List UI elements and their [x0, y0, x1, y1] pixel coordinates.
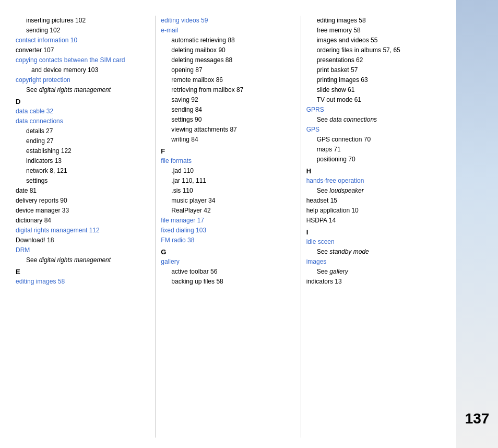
index-entry: copyright protection — [16, 75, 150, 85]
index-link[interactable]: data connections — [16, 117, 63, 125]
index-columns: inserting pictures 102sending 102contact… — [10, 16, 446, 438]
index-entry: network 8, 121 — [16, 166, 150, 175]
index-entry: idle sceen — [306, 237, 441, 246]
index-entry: headset 15 — [306, 196, 441, 205]
index-entry: .jar 110, 111 — [161, 176, 295, 185]
index-link[interactable]: GPS — [306, 126, 319, 133]
index-entry: H — [306, 167, 441, 175]
index-entry: presentations 62 — [306, 55, 441, 65]
index-entry: settings — [16, 176, 150, 185]
index-entry: maps 71 — [306, 145, 441, 154]
index-entry: G — [161, 248, 295, 256]
index-entry: viewing attachments 87 — [161, 125, 295, 134]
index-link[interactable]: fixed dialing 103 — [161, 227, 206, 234]
index-entry: automatic retrieving 88 — [161, 36, 295, 45]
index-entry: indicators 13 — [16, 156, 150, 166]
index-entry: writing 84 — [161, 135, 295, 144]
index-entry: and device memory 103 — [16, 65, 150, 75]
index-entry: D — [16, 98, 150, 105]
index-link[interactable]: editing videos 59 — [161, 17, 208, 24]
index-entry: delivery reports 90 — [16, 196, 150, 205]
index-entry: positioning 70 — [306, 155, 441, 164]
index-link[interactable]: e-mail — [161, 27, 178, 34]
index-entry: device manager 33 — [16, 206, 150, 215]
index-entry: fixed dialing 103 — [161, 226, 295, 235]
index-entry: editing videos 59 — [161, 16, 295, 25]
index-entry: opening 87 — [161, 65, 295, 75]
index-entry: file manager 17 — [161, 216, 295, 225]
index-entry: music player 34 — [161, 196, 295, 205]
index-entry: dictionary 84 — [16, 216, 150, 225]
index-entry: FM radio 38 — [161, 235, 295, 245]
index-link[interactable]: data cable 32 — [16, 108, 53, 115]
index-entry: details 27 — [16, 126, 150, 136]
index-entry: hands-free operation — [306, 176, 441, 185]
index-link[interactable]: hands-free operation — [306, 177, 364, 184]
page-sidebar: 137 — [456, 0, 498, 448]
index-entry: .jad 110 — [161, 166, 295, 175]
index-link[interactable]: GPRS — [306, 106, 324, 113]
index-entry: .sis 110 — [161, 186, 295, 195]
index-entry: See digital rights management — [16, 85, 150, 95]
index-link[interactable]: contact information 10 — [16, 37, 77, 44]
index-entry: printing images 63 — [306, 75, 441, 85]
index-link[interactable]: DRM — [16, 246, 30, 254]
main-content: inserting pictures 102sending 102contact… — [0, 0, 456, 448]
index-entry: indicators 13 — [306, 277, 441, 286]
index-entry: data cable 32 — [16, 107, 150, 116]
index-link[interactable]: editing images 58 — [16, 278, 65, 285]
index-entry: See standby mode — [306, 247, 441, 256]
index-entry: See loudspeaker — [306, 186, 441, 195]
index-entry: TV out mode 61 — [306, 95, 441, 104]
index-entry: remote mailbox 86 — [161, 75, 295, 85]
index-entry: converter 107 — [16, 45, 150, 55]
index-entry: images and videos 55 — [306, 36, 441, 45]
index-entry: active toolbar 56 — [161, 267, 295, 276]
index-link[interactable]: FM radio 38 — [161, 237, 194, 244]
index-entry: print basket 57 — [306, 65, 441, 75]
index-entry: establishing 122 — [16, 146, 150, 156]
index-link[interactable]: file manager 17 — [161, 217, 204, 224]
index-entry: inserting pictures 102 — [16, 16, 150, 25]
index-link[interactable]: idle sceen — [306, 238, 335, 245]
index-entry: contact information 10 — [16, 36, 150, 45]
index-entry: ordering files in albums 57, 65 — [306, 45, 441, 55]
index-entry: editing images 58 — [306, 16, 441, 25]
index-column-col3: editing images 58free memory 58images an… — [301, 16, 446, 438]
index-entry: gallery — [161, 257, 295, 266]
index-entry: copying contacts between the SIM card — [16, 55, 150, 65]
index-link[interactable]: file formats — [161, 157, 192, 164]
index-link[interactable]: digital rights management 112 — [16, 227, 100, 234]
index-entry: digital rights management 112 — [16, 226, 150, 235]
index-entry: help application 10 — [306, 206, 441, 215]
index-entry: See digital rights management — [16, 255, 150, 265]
index-link[interactable]: images — [306, 258, 327, 265]
page-number: 137 — [465, 410, 490, 427]
index-entry: sending 102 — [16, 26, 150, 35]
index-entry: saving 92 — [161, 95, 295, 104]
index-entry: I — [306, 228, 441, 236]
index-entry: F — [161, 147, 295, 155]
index-link[interactable]: gallery — [161, 258, 179, 265]
index-entry: ending 27 — [16, 136, 150, 146]
index-entry: backing up files 58 — [161, 277, 295, 286]
index-entry: GPRS — [306, 105, 441, 114]
index-entry: DRM — [16, 245, 150, 255]
index-entry: sending 84 — [161, 105, 295, 114]
index-entry: See gallery — [306, 267, 441, 276]
index-link[interactable]: copying contacts between the SIM card — [16, 56, 125, 64]
index-entry: deleting messages 88 — [161, 55, 295, 65]
index-entry: e-mail — [161, 26, 295, 35]
index-entry: file formats — [161, 156, 295, 166]
index-entry: Download! 18 — [16, 235, 150, 245]
index-link[interactable]: copyright protection — [16, 76, 70, 84]
index-entry: deleting mailbox 90 — [161, 45, 295, 55]
index-entry: HSDPA 14 — [306, 216, 441, 225]
index-column-col2: editing videos 59e-mailautomatic retriev… — [156, 16, 301, 438]
index-entry: RealPlayer 42 — [161, 206, 295, 215]
index-column-col1: inserting pictures 102sending 102contact… — [10, 16, 156, 438]
index-entry: E — [16, 268, 150, 276]
index-entry: slide show 61 — [306, 85, 441, 95]
index-entry: images — [306, 257, 441, 266]
index-entry: free memory 58 — [306, 26, 441, 35]
